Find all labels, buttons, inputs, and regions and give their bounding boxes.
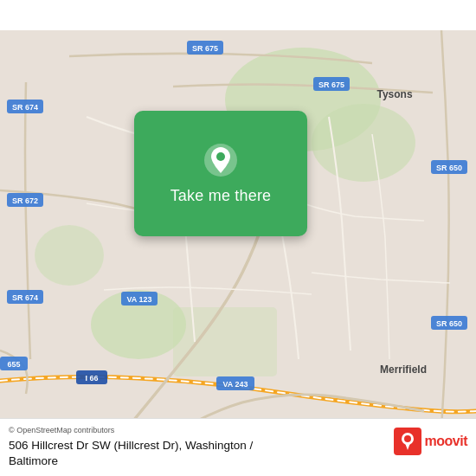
svg-rect-5 (173, 307, 277, 376)
location-card: Take me there (134, 111, 307, 236)
svg-text:SR 674: SR 674 (12, 103, 38, 112)
take-me-there-button[interactable]: Take me there (170, 187, 272, 205)
svg-text:SR 675: SR 675 (318, 80, 344, 89)
svg-text:I 66: I 66 (85, 374, 98, 383)
svg-text:SR 650: SR 650 (436, 164, 462, 172)
svg-point-4 (35, 225, 104, 286)
svg-point-2 (312, 104, 415, 182)
svg-text:VA 243: VA 243 (222, 380, 248, 389)
address-text-1: 506 Hillcrest Dr SW (Hillcrest Dr), Wash… (9, 439, 253, 452)
info-text-block: © OpenStreetMap contributors 506 Hillcre… (9, 426, 385, 469)
svg-text:SR 650: SR 650 (436, 319, 462, 328)
svg-point-36 (404, 435, 411, 442)
svg-text:655: 655 (7, 360, 20, 369)
moovit-brand-icon (394, 428, 421, 455)
svg-text:SR 674: SR 674 (12, 293, 38, 302)
svg-text:SR 672: SR 672 (12, 196, 38, 205)
address-line: 506 Hillcrest Dr SW (Hillcrest Dr), Wash… (9, 438, 385, 469)
svg-point-33 (216, 152, 225, 161)
map-container: SR 675 SR 675 SR 674 SR 672 SR 674 VA 12… (0, 0, 476, 476)
svg-text:VA 123: VA 123 (126, 295, 151, 304)
moovit-brand-text: moovit (425, 434, 467, 449)
openstreetmap-credit: © OpenStreetMap contributors (9, 426, 385, 434)
map-background: SR 675 SR 675 SR 674 SR 672 SR 674 VA 12… (0, 0, 476, 476)
svg-text:Tysons: Tysons (376, 88, 412, 100)
svg-text:SR 675: SR 675 (192, 44, 218, 53)
location-pin-icon (203, 142, 239, 178)
address-text-2: Baltimore (9, 454, 58, 467)
svg-text:Merrifield: Merrifield (380, 363, 427, 376)
info-bar: © OpenStreetMap contributors 506 Hillcre… (0, 418, 476, 476)
moovit-logo: moovit (394, 428, 467, 455)
